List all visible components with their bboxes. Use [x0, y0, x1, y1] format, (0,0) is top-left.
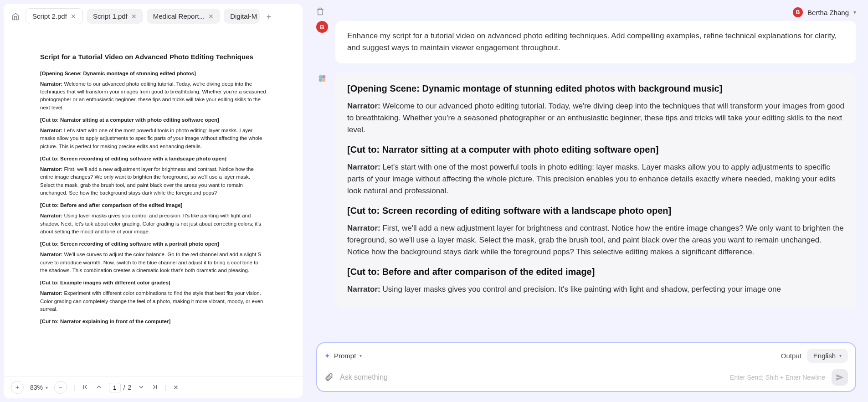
user-message-row: B Enhance my script for a tutorial video…	[316, 21, 856, 63]
user-name: Bertha Zhang	[807, 9, 849, 16]
tab-label: Medical Report...	[153, 12, 205, 20]
narrator-paragraph: Narrator: We'll use curves to adjust the…	[40, 251, 266, 274]
chevron-down-icon: ▾	[839, 353, 842, 358]
prompt-label: Prompt	[334, 352, 356, 360]
page-total: 2	[128, 384, 132, 391]
right-panel: B Bertha Zhang ▾ B Enhance my script for…	[308, 4, 864, 398]
scene-heading: [Cut to: Narrator explaining in front of…	[40, 318, 266, 325]
close-icon[interactable]: ✕	[131, 13, 137, 20]
delete-icon[interactable]	[316, 7, 324, 17]
chat-area[interactable]: B Enhance my script for a tutorial video…	[308, 21, 864, 342]
sparkle-icon: ✦	[324, 352, 330, 360]
narrator-paragraph: Narrator: Welcome to our advanced photo …	[40, 80, 266, 112]
attach-icon[interactable]	[324, 372, 334, 383]
response-narrator-paragraph: Narrator: Let's start with one of the mo…	[347, 161, 844, 197]
tab-label: Script 2.pdf	[32, 12, 67, 20]
narrator-paragraph: Narrator: Experiment with different colo…	[40, 289, 266, 313]
first-page-button[interactable]	[82, 383, 89, 392]
zoom-value: 83%	[30, 384, 43, 391]
chevron-down-icon: ▾	[853, 9, 856, 15]
tab-script-1[interactable]: Script 1.pdf ✕	[87, 9, 143, 24]
tab-label: Script 1.pdf	[93, 12, 128, 20]
chevron-down-icon: ▾	[46, 385, 48, 390]
user-message-bubble: Enhance my script for a tutorial video o…	[335, 21, 856, 63]
ai-message-row: [Opening Scene: Dynamic montage of stunn…	[316, 72, 856, 308]
response-scene-heading: [Cut to: Narrator sitting at a computer …	[347, 143, 844, 157]
last-page-button[interactable]	[151, 383, 159, 392]
zoom-out-button[interactable]: －	[54, 381, 67, 394]
composer: ✦ Prompt ▾ Output English ▾ Enter Send; …	[316, 342, 856, 392]
document-page: Script for a Tutorial Video on Advanced …	[31, 38, 275, 342]
output-language-group: Output English ▾	[781, 349, 848, 363]
scene-heading: [Cut to: Example images with different c…	[40, 279, 266, 287]
chevron-down-icon: ▾	[360, 353, 362, 358]
zoom-level-dropdown[interactable]: 83% ▾	[30, 384, 48, 391]
separator: |	[165, 384, 167, 391]
scene-heading: [Cut to: Before and after comparison of …	[40, 201, 266, 209]
output-label: Output	[781, 352, 801, 360]
input-hint: Enter Send; Shift + Enter Newline	[730, 374, 825, 381]
viewer-footer: ＋ 83% ▾ － | / 2 | ✕	[4, 376, 303, 398]
left-panel: Script 2.pdf ✕ Script 1.pdf ✕ Medical Re…	[4, 4, 303, 398]
document-viewer[interactable]: Script for a Tutorial Video on Advanced …	[4, 29, 303, 376]
narrator-paragraph: Narrator: Using layer masks gives you co…	[40, 212, 266, 236]
ai-avatar-icon	[316, 72, 328, 84]
tab-medical-report[interactable]: Medical Report... ✕	[147, 9, 220, 24]
response-scene-heading: [Cut to: Screen recording of editing sof…	[347, 204, 844, 218]
prompt-selector[interactable]: ✦ Prompt ▾	[324, 352, 362, 360]
ai-message-bubble: [Opening Scene: Dynamic montage of stunn…	[335, 72, 856, 308]
page-sep: /	[123, 384, 125, 391]
avatar: B	[316, 21, 328, 33]
next-page-button[interactable]	[138, 383, 145, 392]
response-narrator-paragraph: Narrator: First, we'll add a new adjustm…	[347, 222, 844, 258]
scene-heading: [Cut to: Narrator sitting at a computer …	[40, 116, 266, 124]
scene-heading: [Cut to: Screen recording of editing sof…	[40, 240, 266, 248]
page-current-input[interactable]	[109, 383, 121, 392]
prev-page-button[interactable]	[95, 383, 103, 392]
response-narrator-paragraph: Narrator: Using layer masks gives you co…	[347, 283, 844, 295]
right-header: B Bertha Zhang ▾	[308, 4, 864, 21]
user-message-text: Enhance my script for a tutorial video o…	[347, 31, 837, 52]
close-icon[interactable]: ✕	[71, 13, 76, 20]
document-title: Script for a Tutorial Video on Advanced …	[40, 52, 266, 62]
zoom-in-button[interactable]: ＋	[11, 381, 24, 394]
response-scene-heading: [Cut to: Before and after comparison of …	[347, 265, 844, 279]
composer-top: ✦ Prompt ▾ Output English ▾	[324, 349, 848, 363]
avatar: B	[793, 7, 803, 17]
home-icon[interactable]	[9, 10, 22, 23]
tab-label: Digital-M	[230, 12, 257, 20]
narrator-paragraph: Narrator: Let's start with one of the mo…	[40, 127, 266, 150]
tab-digital-m[interactable]: Digital-M	[224, 9, 260, 24]
scene-heading: [Opening Scene: Dynamic montage of stunn…	[40, 70, 266, 77]
add-tab-button[interactable]: ＋	[263, 11, 274, 22]
tab-script-2[interactable]: Script 2.pdf ✕	[26, 8, 83, 24]
svg-point-3	[322, 78, 325, 82]
composer-bottom: Enter Send; Shift + Enter Newline	[324, 369, 848, 386]
response-scene-heading: [Opening Scene: Dynamic montage of stunn…	[347, 82, 844, 96]
user-menu[interactable]: B Bertha Zhang ▾	[793, 7, 856, 17]
send-button[interactable]	[832, 369, 848, 386]
prompt-input[interactable]	[340, 373, 724, 381]
language-selector[interactable]: English ▾	[807, 349, 848, 363]
separator: |	[73, 384, 75, 391]
close-icon[interactable]: ✕	[208, 13, 214, 20]
narrator-paragraph: Narrator: First, we'll add a new adjustm…	[40, 165, 266, 197]
page-indicator: / 2	[109, 383, 132, 392]
tab-bar: Script 2.pdf ✕ Script 1.pdf ✕ Medical Re…	[4, 4, 303, 29]
close-doc-button[interactable]: ✕	[173, 384, 179, 391]
scene-heading: [Cut to: Screen recording of editing sof…	[40, 155, 266, 163]
language-value: English	[813, 352, 836, 360]
response-narrator-paragraph: Narrator: Welcome to our advanced photo …	[347, 100, 844, 136]
